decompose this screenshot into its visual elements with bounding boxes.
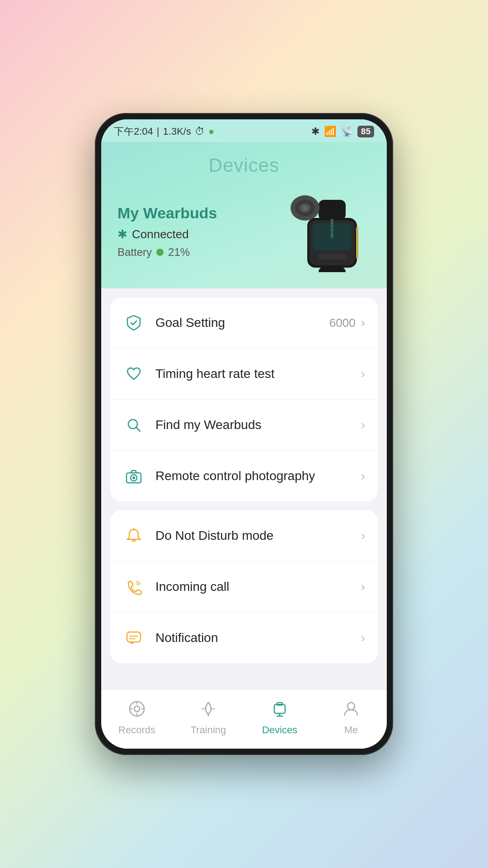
status-network: | (157, 126, 160, 137)
device-image: Wearbuds (280, 191, 371, 272)
status-bar: 下午2:04 | 1.3K/s ⏱ ● ✱ 📶 📡 85 (101, 119, 387, 142)
do-not-disturb-item[interactable]: Do Not Disturb mode › (110, 510, 378, 561)
notification-chevron: › (361, 631, 365, 645)
nav-devices[interactable]: Devices (244, 697, 315, 736)
device-header: Devices My Wearbuds ✱ Connected Battery … (101, 142, 387, 288)
devices-icon (268, 697, 291, 721)
goal-setting-value: 6000 (329, 316, 356, 330)
battery-percentage: 21% (168, 246, 190, 259)
svg-rect-18 (127, 632, 141, 642)
bluetooth-status-icon: ✱ (311, 126, 319, 137)
goal-setting-chevron: › (361, 316, 365, 330)
remote-photography-label: Remote control photography (155, 469, 361, 483)
svg-point-12 (128, 420, 137, 429)
battery-indicator (156, 249, 164, 256)
bell-icon (123, 525, 145, 547)
heart-rate-chevron: › (361, 367, 365, 381)
battery-info: Battery 21% (117, 246, 280, 259)
chat-icon (123, 627, 145, 649)
heart-icon (123, 363, 145, 385)
incoming-call-label: Incoming call (155, 580, 361, 594)
me-icon (339, 697, 363, 721)
phone-icon (123, 576, 145, 598)
phone-frame: 下午2:04 | 1.3K/s ⏱ ● ✱ 📶 📡 85 Devices My … (95, 113, 393, 755)
phone-screen: 下午2:04 | 1.3K/s ⏱ ● ✱ 📶 📡 85 Devices My … (101, 119, 387, 749)
nav-records[interactable]: Records (101, 697, 173, 736)
find-wearbuds-chevron: › (361, 418, 365, 432)
device-name: My Wearbuds (117, 204, 280, 222)
status-right: ✱ 📶 📡 85 (311, 126, 374, 137)
notification-label: Notification (155, 631, 361, 645)
connection-status: ✱ Connected (117, 227, 280, 241)
clock-icon: ⏱ (195, 126, 205, 137)
connection-label: Connected (132, 227, 189, 241)
bluetooth-connected-icon: ✱ (117, 227, 127, 241)
page-title: Devices (117, 155, 371, 176)
svg-point-22 (134, 706, 140, 712)
remote-photography-chevron: › (361, 469, 365, 483)
nav-me[interactable]: Me (315, 697, 387, 736)
training-icon (197, 697, 220, 721)
status-left: 下午2:04 | 1.3K/s ⏱ ● (114, 125, 214, 138)
menu-group-2: Do Not Disturb mode › Incoming call › (110, 510, 378, 663)
svg-rect-6 (319, 267, 346, 272)
heart-rate-label: Timing heart rate test (155, 367, 361, 381)
find-wearbuds-item[interactable]: Find my Wearbuds › (110, 400, 378, 451)
nav-training[interactable]: Training (173, 697, 244, 736)
goal-setting-label: Goal Setting (155, 316, 329, 330)
records-nav-label: Records (118, 724, 155, 736)
find-wearbuds-label: Find my Wearbuds (155, 418, 361, 432)
do-not-disturb-chevron: › (361, 528, 365, 543)
status-time: 下午2:04 (114, 125, 153, 138)
battery-text-label: Battery (117, 246, 152, 259)
wifi-icon: 📡 (341, 126, 353, 137)
incoming-call-chevron: › (361, 580, 365, 594)
status-network-speed: 1.3K/s (163, 126, 191, 137)
device-card: My Wearbuds ✱ Connected Battery 21% (117, 191, 371, 272)
shield-icon (123, 312, 145, 334)
records-icon (125, 697, 149, 721)
device-info: My Wearbuds ✱ Connected Battery 21% (117, 204, 280, 259)
svg-point-31 (347, 703, 355, 710)
scroll-content: Goal Setting 6000 › Timing heart rate te… (101, 288, 387, 689)
find-search-icon (123, 414, 145, 436)
camera-icon (123, 465, 145, 487)
notification-item[interactable]: Notification › (110, 613, 378, 663)
svg-rect-5 (319, 200, 346, 220)
incoming-call-item[interactable]: Incoming call › (110, 561, 378, 613)
goal-setting-item[interactable]: Goal Setting 6000 › (110, 297, 378, 349)
svg-rect-3 (319, 254, 346, 259)
svg-point-10 (303, 206, 307, 210)
bottom-nav: Records Training (101, 689, 387, 749)
svg-rect-4 (356, 227, 358, 259)
do-not-disturb-label: Do Not Disturb mode (155, 528, 361, 543)
remote-photography-item[interactable]: Remote control photography › (110, 451, 378, 501)
heart-rate-item[interactable]: Timing heart rate test › (110, 349, 378, 400)
svg-point-16 (132, 476, 135, 479)
svg-text:Wearbuds: Wearbuds (330, 219, 334, 238)
svg-line-13 (136, 428, 140, 431)
wearbuds-svg: Wearbuds (280, 191, 371, 272)
training-nav-label: Training (191, 724, 226, 736)
devices-nav-label: Devices (262, 724, 297, 736)
signal-icon: 📶 (324, 126, 336, 137)
me-nav-label: Me (344, 724, 358, 736)
battery-level: 85 (357, 126, 374, 137)
menu-group-1: Goal Setting 6000 › Timing heart rate te… (110, 297, 378, 501)
status-dot: ● (208, 126, 214, 137)
